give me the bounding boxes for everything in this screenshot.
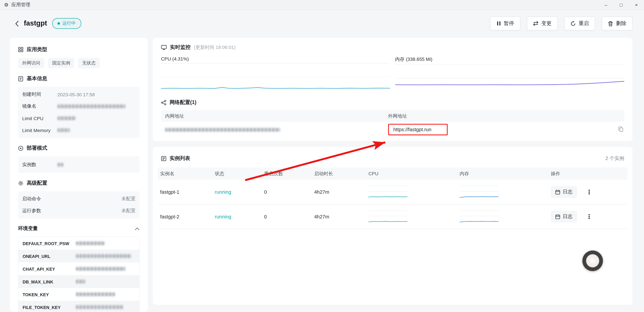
internal-address-cell	[161, 128, 388, 131]
memory-sparkline-chart	[395, 64, 624, 93]
info-row-created: 创建时间 2023-05-30 17:58	[22, 88, 136, 100]
deploy-mode-title-label: 部署模式	[27, 145, 47, 152]
env-row: TOKEN_KEY	[18, 288, 139, 301]
col-memory: 内存	[460, 171, 551, 177]
network-table-header: 内网地址 外网地址	[161, 110, 624, 122]
app-gear-icon: ⚙	[4, 2, 8, 7]
cpu-chart: CPU (4.31%)	[161, 56, 390, 93]
instances-count-label: 2 个实例	[606, 155, 624, 162]
instances-header: 实例列表 2 个实例	[158, 151, 628, 168]
network-header: 网络配置(1)	[161, 99, 624, 106]
close-icon[interactable]: ×	[629, 0, 644, 10]
info-row-image: 镜像名	[22, 100, 136, 112]
env-vars-table: DEFAULT_ROOT_PSW ONEAPI_URL CHAT_API_KEY…	[18, 237, 140, 312]
env-vars-title-label: 环境变量	[18, 225, 38, 232]
minimize-icon[interactable]: –	[598, 0, 614, 10]
env-masked-value	[76, 267, 125, 271]
more-actions-icon[interactable]: ⋮	[584, 213, 594, 221]
delete-button-label: 删除	[616, 20, 626, 27]
sidebar: 应用类型 外网访问 固定实例 无状态 基本信息 创建时间 2023-	[10, 38, 148, 312]
basic-info-title-label: 基本信息	[27, 75, 47, 82]
change-button[interactable]: 变更	[527, 17, 558, 30]
info-row-limit-cpu: Limit CPU	[22, 112, 136, 124]
back-button[interactable]	[12, 19, 21, 28]
chevron-up-icon	[135, 227, 140, 230]
list-icon	[161, 156, 166, 161]
env-vars-header[interactable]: 环境变量	[18, 225, 140, 232]
col-operations: 操作	[551, 171, 628, 177]
col-status: 状态	[215, 171, 264, 177]
image-name-masked-value	[58, 104, 125, 108]
col-external-address: 外网地址	[388, 113, 624, 119]
col-restart-count: 重启次数	[264, 171, 314, 177]
start-cmd-label: 启动命令	[22, 196, 58, 202]
limit-cpu-label: Limit CPU	[22, 116, 58, 121]
instance-memory-cell	[460, 184, 551, 200]
limit-memory-masked-value	[58, 128, 70, 132]
instance-cpu-sparkline	[368, 184, 408, 200]
env-key-label: ONEAPI_URL	[23, 254, 76, 258]
limit-cpu-masked-value	[58, 116, 76, 120]
more-actions-icon[interactable]: ⋮	[584, 188, 594, 196]
log-button[interactable]: 日志	[551, 211, 577, 223]
app-type-section-title: 应用类型	[18, 46, 140, 53]
external-url-highlight-box[interactable]: https://fastgpt.run	[388, 124, 448, 135]
log-button-label: 日志	[563, 213, 572, 220]
app-type-title-label: 应用类型	[27, 46, 47, 53]
instance-count-label: 实例数	[22, 162, 58, 168]
window-title: 应用管理	[12, 2, 30, 8]
restart-button[interactable]: 重启	[564, 17, 595, 30]
grid-icon	[18, 47, 24, 52]
tag-fixed-instance: 固定实例	[48, 58, 74, 68]
env-masked-value	[76, 241, 105, 245]
env-masked-value	[76, 254, 132, 258]
restart-icon	[570, 21, 576, 26]
network-section: 网络配置(1) 内网地址 外网地址 https://fastgpt	[161, 99, 624, 137]
col-internal-address: 内网地址	[161, 113, 388, 119]
start-cmd-value: 未配置	[121, 196, 136, 202]
main-column: 实时监控 (更新时间 18:06:01) CPU (4.31%) 内存 (338…	[153, 38, 632, 305]
info-row-run-args: 运行参数 未配置	[22, 205, 136, 217]
cpu-sparkline-chart	[161, 63, 390, 92]
instance-name: fastgpt-2	[158, 214, 215, 219]
memory-chart-label: 内存 (338.655 Mi)	[395, 56, 624, 63]
copy-icon	[618, 126, 624, 132]
instance-status: running	[215, 189, 264, 195]
log-button-label: 日志	[563, 188, 572, 195]
instance-restarts: 0	[264, 214, 314, 219]
maximize-icon[interactable]: □	[614, 0, 629, 10]
delete-button[interactable]: 删除	[602, 17, 632, 30]
instance-memory-cell	[460, 209, 551, 224]
instance-row: fastgpt-1 running 0 4h27m	[158, 180, 628, 205]
env-row: CHAT_API_KEY	[18, 262, 139, 275]
run-args-label: 运行参数	[22, 208, 58, 214]
image-name-label: 镜像名	[22, 103, 58, 109]
pause-button[interactable]: 暂停	[490, 17, 520, 30]
env-masked-value	[76, 280, 85, 283]
run-args-value: 未配置	[121, 208, 136, 214]
env-key-label: DEFAULT_ROOT_PSW	[23, 241, 76, 246]
page-title: fastgpt	[24, 19, 47, 28]
basic-info-block: 创建时间 2023-05-30 17:58 镜像名 Limit CPU Limi…	[18, 87, 140, 138]
instance-cpu-cell	[368, 209, 460, 224]
limit-memory-label: Limit Memory	[22, 128, 58, 132]
network-title-label: 网络配置(1)	[170, 99, 196, 106]
env-row: DEFAULT_ROOT_PSW	[18, 237, 139, 250]
info-row-instance-count: 实例数	[22, 158, 136, 171]
basic-info-section-title: 基本信息	[18, 75, 140, 82]
app-type-tags: 外网访问 固定实例 无状态	[18, 58, 140, 68]
env-masked-value	[76, 305, 123, 309]
copy-button[interactable]	[618, 126, 624, 134]
deploy-mode-section-title: 部署模式	[18, 145, 140, 152]
instance-memory-sparkline	[460, 184, 499, 200]
log-button[interactable]: 日志	[551, 186, 577, 198]
pause-button-label: 暂停	[504, 20, 514, 27]
instance-count-masked-value	[58, 163, 63, 166]
monitor-update-time: (更新时间 18:06:01)	[194, 44, 236, 51]
memory-chart: 内存 (338.655 Mi)	[395, 56, 624, 93]
internal-address-masked-value	[165, 128, 280, 131]
info-row-start-cmd: 启动命令 未配置	[22, 193, 136, 205]
network-table-row: https://fastgpt.run	[161, 122, 624, 137]
titlebar: ⚙ 应用管理 – □ ×	[0, 0, 644, 10]
instance-operations-cell: 日志 ⋮	[551, 211, 628, 223]
